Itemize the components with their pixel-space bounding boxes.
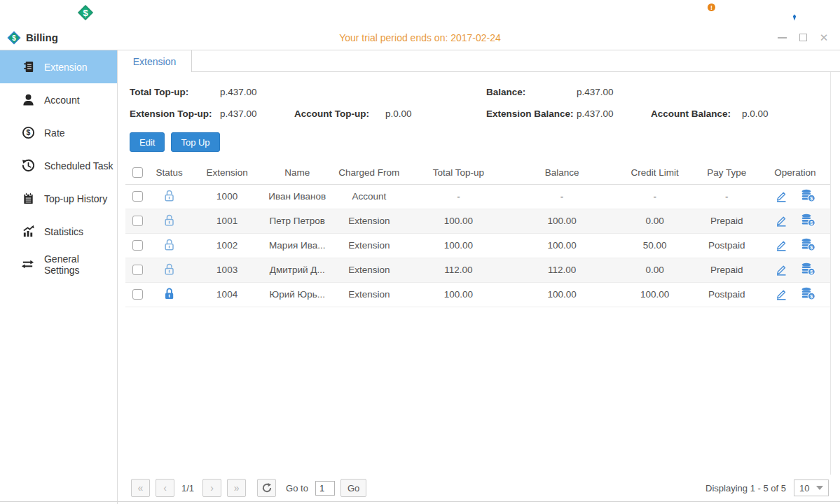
col-pay-type: Pay Type: [694, 161, 760, 184]
ledger-icon: [21, 60, 35, 74]
status-cell: [150, 209, 188, 233]
goto-input[interactable]: [315, 481, 335, 496]
edit-icon[interactable]: [775, 287, 787, 302]
total-topup-cell: 100.00: [409, 233, 507, 258]
credit-limit-cell: 0.00: [617, 209, 694, 233]
tab-extension[interactable]: Extension: [118, 50, 192, 72]
sidebar-item-label: Rate: [44, 127, 65, 139]
pay-type-cell: Prepaid: [694, 258, 760, 282]
row-checkbox[interactable]: [132, 216, 143, 226]
topup-icon[interactable]: $: [801, 287, 815, 302]
sidebar-item-scheduled-task[interactable]: Scheduled Task: [0, 149, 117, 182]
maximize-button[interactable]: [798, 33, 808, 43]
sidebar-item-label: Extension: [44, 62, 87, 73]
sidebar-item-topup-history[interactable]: Top-up History: [0, 182, 117, 215]
top-up-button[interactable]: Top Up: [171, 132, 219, 152]
name-cell: Юрий Юрь...: [266, 282, 329, 307]
total-topup-cell: 100.00: [409, 209, 507, 233]
balance-label: Balance:: [486, 87, 577, 97]
chart-icon[interactable]: [741, 5, 760, 20]
chevron-down-icon: [816, 486, 823, 490]
apps-grid-icon[interactable]: [24, 4, 41, 21]
sidebar-item-label: Statistics: [44, 226, 83, 237]
credit-limit-cell: 50.00: [617, 233, 694, 258]
table-row[interactable]: 1004 Юрий Юрь... Extension 100.00 100.00…: [125, 282, 830, 307]
topup-icon[interactable]: $: [801, 189, 815, 204]
pay-type-cell: -: [694, 184, 760, 209]
row-checkbox[interactable]: [132, 265, 143, 275]
summary-section: Total Top-up: p.437.00 Extension Top-up:…: [118, 72, 840, 125]
next-page-button[interactable]: ›: [202, 479, 221, 497]
status-cell: [150, 184, 188, 209]
edit-icon[interactable]: [775, 189, 787, 204]
row-checkbox[interactable]: [132, 289, 143, 300]
tabbar: Extension: [118, 50, 840, 72]
table-row[interactable]: 1003 Дмитрий Д... Extension 112.00 112.0…: [125, 258, 830, 282]
status-cell: [150, 282, 188, 307]
pay-type-cell: Postpaid: [694, 233, 760, 258]
edit-icon[interactable]: [775, 238, 787, 253]
close-button[interactable]: ✕: [819, 33, 829, 43]
charged-from-cell: Extension: [329, 233, 409, 258]
topup-icon[interactable]: $: [801, 262, 815, 278]
table-row[interactable]: 1002 Мария Ива... Extension 100.00 100.0…: [125, 233, 830, 258]
balance-cell: 112.00: [508, 258, 617, 282]
col-total-topup: Total Top-up: [409, 161, 507, 184]
billing-diamond-icon: $: [78, 5, 93, 20]
total-topup-cell: 112.00: [409, 258, 507, 282]
sidebar-item-general-settings[interactable]: General Settings: [0, 248, 117, 281]
chat-icon[interactable]: !: [695, 4, 716, 22]
topup-icon[interactable]: $: [801, 238, 815, 253]
refresh-button[interactable]: [257, 479, 276, 497]
row-checkbox[interactable]: [132, 240, 143, 251]
settings-arrows-icon: [21, 258, 35, 272]
first-page-button[interactable]: «: [131, 479, 150, 497]
sidebar-item-rate[interactable]: $ Rate: [0, 116, 117, 149]
total-topup-label: Total Top-up:: [130, 87, 220, 97]
edit-button[interactable]: Edit: [130, 132, 165, 152]
account-balance-label: Account Balance:: [651, 108, 742, 119]
topbar: $ Billing !: [0, 0, 840, 25]
dollar-circle-icon: $: [21, 126, 35, 140]
sidebar-item-extension[interactable]: Extension: [0, 50, 117, 83]
page-indicator: 1/1: [181, 483, 194, 493]
pay-type-cell: Postpaid: [694, 282, 760, 307]
table-row[interactable]: 1000 Иван Иванов Account - - - - $: [125, 184, 830, 209]
minimize-button[interactable]: [777, 33, 787, 43]
notebook-icon: [21, 192, 35, 206]
last-page-button[interactable]: »: [227, 479, 246, 497]
prev-page-button[interactable]: ‹: [156, 479, 174, 497]
operation-cell: $: [760, 282, 830, 307]
extension-topup-label: Extension Top-up:: [130, 108, 220, 119]
col-name: Name: [266, 161, 329, 184]
row-checkbox[interactable]: [132, 191, 143, 202]
sidebar: Extension Account $ Rate: [0, 50, 118, 504]
edit-icon[interactable]: [775, 262, 787, 278]
select-all-checkbox[interactable]: [132, 167, 143, 178]
status-cell: [150, 233, 188, 258]
sidebar-item-label: Top-up History: [44, 193, 107, 204]
page-size-select[interactable]: 10: [794, 479, 829, 496]
sidebar-item-statistics[interactable]: Statistics: [0, 215, 117, 248]
go-button[interactable]: Go: [340, 479, 366, 497]
sidebar-item-account[interactable]: Account: [0, 83, 117, 116]
charged-from-cell: Account: [329, 184, 409, 209]
panel-edge: [830, 72, 831, 500]
extension-balance-value: p.437.00: [577, 108, 651, 119]
credit-limit-cell: 0.00: [617, 258, 694, 282]
table-header-row: Status Extension Name Charged From Total…: [125, 161, 830, 184]
table-row[interactable]: 1001 Петр Петров Extension 100.00 100.00…: [125, 209, 830, 233]
extension-cell: 1004: [188, 282, 266, 307]
taskbar-tab-billing[interactable]: $ Billing: [71, 1, 178, 24]
col-balance: Balance: [508, 161, 617, 184]
pay-type-cell: Prepaid: [694, 209, 760, 233]
charged-from-cell: Extension: [329, 258, 409, 282]
page-size-value: 10: [799, 483, 809, 493]
name-cell: Мария Ива...: [266, 233, 329, 258]
history-clock-icon: [21, 159, 35, 173]
unlocked-icon: [163, 189, 175, 204]
displaying-text: Displaying 1 - 5 of 5: [705, 483, 786, 493]
topup-icon[interactable]: $: [801, 214, 815, 229]
edit-icon[interactable]: [775, 214, 787, 229]
user-icon[interactable]: [785, 4, 804, 22]
